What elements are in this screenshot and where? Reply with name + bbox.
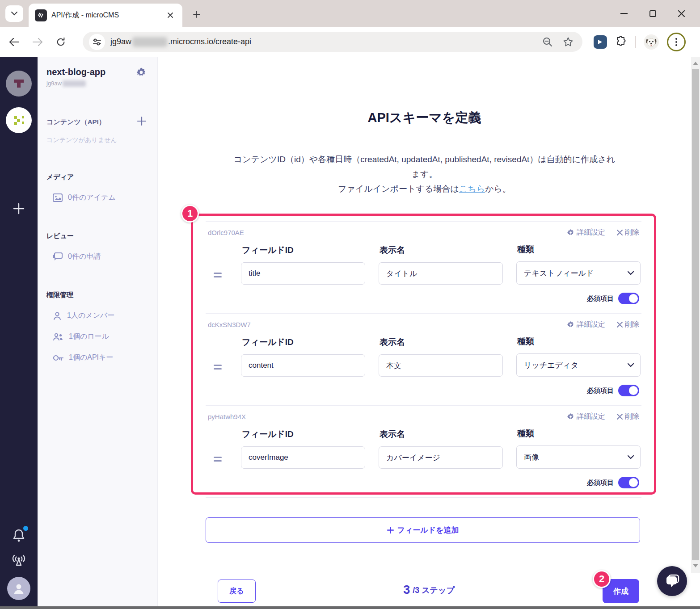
delete-field-button[interactable]: 削除 — [617, 412, 639, 421]
service-sidebar: next-blog-app jg9aw コンテンツ（API） コンテンツがありま… — [38, 57, 158, 606]
back-step-button[interactable]: 戻る — [218, 580, 256, 603]
bookmark-star-icon[interactable] — [563, 37, 573, 47]
contents-section-label: コンテンツ（API） — [46, 118, 105, 126]
browser-profile-avatar[interactable] — [644, 34, 659, 50]
scrollbar-thumb[interactable] — [692, 69, 699, 560]
url-bar[interactable]: jg9aw .microcms.io/create-api — [83, 32, 582, 52]
gear-icon — [567, 229, 574, 236]
field-id-input[interactable] — [241, 262, 365, 285]
close-window-button[interactable] — [667, 2, 696, 25]
sidebar-item-roles[interactable]: 1個のロール — [53, 332, 148, 341]
person-icon — [53, 311, 62, 320]
field-id-input[interactable] — [241, 446, 365, 469]
minimize-button[interactable] — [610, 2, 638, 25]
browser-toolbar: jg9aw .microcms.io/create-api — [0, 27, 700, 57]
forward-button[interactable] — [29, 33, 46, 51]
drag-handle[interactable] — [208, 365, 228, 370]
sidebar-item-members[interactable]: 1人のメンバー — [53, 311, 148, 320]
display-name-input[interactable] — [379, 262, 503, 285]
plus-icon — [387, 527, 394, 533]
chevron-down-icon — [628, 455, 634, 459]
display-name-input[interactable] — [379, 446, 503, 469]
kind-select[interactable]: リッチエディタ — [516, 353, 641, 377]
main-content: APIスキーマを定義 コンテンツID（id）や各種日時（createdAt, u… — [158, 57, 700, 573]
sidebar-item-media[interactable]: 0件のアイテム — [53, 193, 148, 202]
tab-close-button[interactable] — [164, 9, 176, 21]
gear-icon — [567, 321, 574, 328]
drag-handle[interactable] — [208, 457, 228, 462]
delete-field-button[interactable]: 削除 — [617, 320, 639, 329]
service-id-prefix: jg9aw — [46, 80, 62, 87]
scroll-down-arrow[interactable] — [693, 564, 698, 567]
notifications-button[interactable] — [13, 529, 25, 542]
zoom-out-icon[interactable] — [542, 37, 553, 47]
reload-icon — [56, 37, 66, 47]
field-id-label: フィールドID — [242, 244, 365, 256]
add-content-api-button[interactable] — [137, 116, 147, 126]
display-name-input[interactable] — [379, 354, 503, 377]
apikeys-item-label: 1個のAPIキー — [69, 353, 113, 362]
browser-tab[interactable]: API/作成 - microCMS — [29, 4, 182, 27]
kind-select[interactable]: 画像 — [516, 445, 641, 469]
kind-select-value: リッチエディタ — [524, 360, 578, 370]
plus-icon — [193, 11, 200, 18]
service-name: next-blog-app — [46, 67, 148, 77]
media-section-label: メディア — [46, 173, 74, 181]
field-id-input[interactable] — [241, 354, 365, 377]
required-toggle[interactable] — [618, 477, 639, 488]
annotation-badge-2: 2 — [593, 570, 611, 588]
step-current: 3 — [403, 583, 410, 597]
workspace-avatar-1[interactable] — [6, 71, 32, 97]
extension-icon[interactable] — [594, 35, 607, 49]
site-settings-icon[interactable] — [89, 34, 105, 50]
close-icon — [617, 414, 623, 420]
desc-line-2: ます。 — [412, 169, 438, 179]
workspace-avatar-2[interactable] — [6, 107, 32, 133]
add-workspace-button[interactable] — [6, 196, 32, 222]
user-avatar[interactable] — [7, 577, 30, 600]
required-label: 必須項目 — [587, 386, 614, 395]
extensions-puzzle-icon[interactable] — [615, 36, 627, 48]
service-settings-button[interactable] — [136, 67, 147, 78]
notification-dot — [23, 526, 28, 531]
key-icon — [53, 354, 63, 361]
field-row: pyHatwh94X 詳細設定 削除 — [206, 405, 641, 498]
kind-label: 種類 — [517, 336, 641, 347]
contents-empty-text: コンテンツがありません — [46, 136, 148, 144]
advanced-settings-button[interactable]: 詳細設定 — [567, 228, 605, 237]
tab-search-button[interactable] — [5, 5, 23, 22]
add-field-button[interactable]: フィールドを追加 — [206, 517, 640, 543]
kind-select[interactable]: テキストフィールド — [516, 261, 641, 285]
drag-handle[interactable] — [208, 273, 228, 277]
field-row-id: pyHatwh94X — [208, 413, 246, 420]
new-tab-button[interactable] — [190, 7, 204, 21]
advanced-settings-button[interactable]: 詳細設定 — [567, 412, 605, 421]
chevron-down-icon — [628, 271, 634, 275]
required-toggle[interactable] — [618, 293, 639, 304]
chevron-down-icon — [11, 12, 17, 16]
plus-icon — [13, 203, 25, 214]
person-icon — [12, 582, 25, 595]
service-id: jg9aw — [46, 80, 148, 87]
chevron-down-icon — [628, 363, 634, 367]
browser-menu-button[interactable] — [667, 33, 686, 51]
annotation-badge-1: 1 — [181, 205, 199, 223]
kind-label: 種類 — [517, 428, 641, 439]
scroll-up-arrow[interactable] — [693, 62, 698, 65]
desc-line-1: コンテンツID（id）や各種日時（createdAt, updatedAt, p… — [234, 155, 615, 164]
back-button[interactable] — [5, 33, 23, 51]
advanced-settings-button[interactable]: 詳細設定 — [567, 320, 605, 329]
maximize-button[interactable] — [638, 2, 667, 25]
delete-field-button[interactable]: 削除 — [617, 228, 639, 237]
sidebar-item-review[interactable]: 0件の申請 — [53, 252, 148, 261]
import-link[interactable]: こちら — [459, 184, 485, 193]
reload-button[interactable] — [52, 33, 70, 51]
required-toggle[interactable] — [618, 385, 639, 396]
url-subdomain: jg9aw — [110, 37, 131, 46]
scrollbar[interactable] — [691, 57, 700, 573]
broadcast-button[interactable] — [11, 553, 27, 566]
chat-support-widget[interactable] — [657, 566, 687, 596]
url-text: jg9aw .microcms.io/create-api — [110, 37, 251, 47]
sidebar-item-apikeys[interactable]: 1個のAPIキー — [53, 353, 148, 362]
page-description: コンテンツID（id）や各種日時（createdAt, updatedAt, p… — [158, 152, 691, 196]
